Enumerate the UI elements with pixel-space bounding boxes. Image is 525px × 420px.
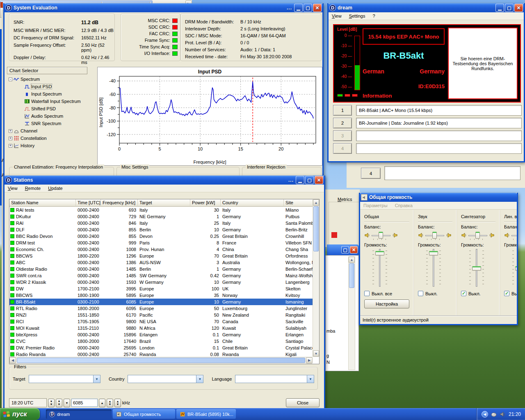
collapse-icon[interactable]: - — [9, 78, 12, 81]
table-row[interactable]: ABC0000-24001386AUS-NSW3AustraliaWollong… — [9, 259, 319, 266]
scrollbar-thumb[interactable] — [313, 206, 319, 251]
volume-slider[interactable] — [424, 249, 443, 287]
menu-item-settings[interactable]: Settings — [349, 14, 365, 18]
table-row[interactable]: BR-B5akt0300-21006085Europe10GermanyIsma… — [9, 299, 319, 305]
table-row[interactable]: DLF0000-2400855Berlin10GermanyBerlin-Bri… — [9, 226, 319, 233]
menu-item-[interactable]: Справка — [395, 203, 413, 208]
table-row[interactable]: RTL Radio1800-20006095Europe50Luxembourg… — [9, 305, 319, 312]
minimize-icon[interactable]: ▁ — [495, 4, 504, 12]
minimize-icon[interactable]: ▁ — [294, 4, 303, 12]
filter-combo-target[interactable]: ▼ — [29, 375, 100, 383]
scrollbar-vertical[interactable]: ▲ — [348, 256, 355, 370]
scroll-down-icon[interactable]: ▼ — [313, 350, 319, 357]
task-br-b5akt-5895-10k[interactable]: BR-B5akt (5895) 10k... — [176, 409, 236, 419]
slider-thumb[interactable] — [432, 232, 437, 239]
column-header-power-kw[interactable]: Power [kW] — [190, 199, 221, 207]
menu-item-[interactable]: ? — [372, 14, 375, 18]
table-row[interactable]: WDR 2 Klassik0000-24001593W Germany10Ger… — [9, 279, 319, 285]
table-row[interactable]: BBCWS1800-19005895Europe35NorwayKvitsoy — [9, 292, 319, 299]
tree-item-input-spectrum[interactable]: Input Spectrum — [7, 90, 99, 98]
table-row[interactable]: RAI0000-2400846Italy25ItalySanta Palomba — [9, 220, 319, 226]
spin-down-fast-icon[interactable]: ▼▼ — [48, 399, 55, 407]
titlebar[interactable]: D Stations ... ▁ ▢ ✕ — [4, 176, 324, 185]
slider-thumb[interactable] — [472, 266, 481, 271]
volume-slider[interactable] — [510, 249, 517, 287]
table-row[interactable]: CVC1800-200017640Brazil15ChileSantiago — [9, 338, 319, 345]
expand-icon[interactable]: + — [9, 129, 12, 133]
mute-checkbox[interactable]: ✓ — [504, 291, 509, 296]
titlebar[interactable]: D dream ▁ ▢ ✕ — [328, 3, 524, 12]
menu-item-view[interactable]: View — [332, 14, 342, 18]
close-icon[interactable]: ✕ — [313, 4, 322, 12]
column-header-time-utc[interactable]: Time [UTC] — [76, 199, 101, 207]
table-row[interactable]: Economic Ch.0000-24001008Prov. Hunan4Chi… — [9, 246, 319, 253]
chevron-down-icon[interactable]: ▼ — [93, 375, 100, 383]
service-4-button[interactable]: 4 — [333, 143, 352, 154]
scroll-left-icon[interactable]: ◀ — [9, 357, 16, 363]
minimize-icon[interactable]: ▁ — [296, 176, 304, 184]
balance-slider[interactable] — [511, 232, 517, 240]
spin-up-icon[interactable]: ▲ — [99, 399, 105, 407]
volume-slider[interactable] — [467, 249, 486, 287]
filter-combo-language[interactable]: ▼ — [235, 375, 314, 383]
tree-item-snr-spectrum[interactable]: SNR Spectrum — [7, 120, 99, 127]
tree-item-spectrum[interactable]: -Spectrum — [7, 75, 99, 83]
column-header-site[interactable]: Site — [284, 199, 313, 207]
mute-checkbox[interactable] — [418, 291, 423, 296]
close-icon[interactable]: ✕ — [514, 4, 523, 12]
slider-thumb[interactable] — [475, 232, 480, 239]
tray-volume-icon[interactable] — [500, 411, 506, 418]
chevron-down-icon[interactable]: ▼ — [196, 375, 203, 383]
balance-slider[interactable] — [425, 232, 444, 240]
maximize-icon[interactable]: ▢ — [341, 246, 349, 253]
tray-device-icon[interactable] — [491, 411, 497, 418]
scrollbar-thumb[interactable] — [349, 263, 354, 288]
menu-item-update[interactable]: Update — [48, 186, 62, 191]
table-row[interactable]: DRM test0000-2400999Paris8FranceVillebon… — [9, 240, 319, 246]
slider-thumb[interactable] — [429, 251, 438, 256]
spin-updown-icon[interactable]: ▲▼ — [114, 399, 121, 407]
close-button[interactable]: Close — [286, 398, 320, 407]
chevron-down-icon[interactable]: ▼ — [307, 375, 314, 383]
maximize-icon[interactable]: ▢ — [304, 4, 312, 12]
tree-item-input-psd[interactable]: Input PSD — [7, 83, 99, 90]
table-row[interactable]: BBC Radio Devon0000-2400855Devon0.25Grea… — [9, 233, 319, 240]
close-icon[interactable]: ✕ — [315, 176, 323, 184]
service-3-button[interactable]: 3 — [333, 130, 352, 141]
tree-item-shifted-psd[interactable]: Shifted PSD — [7, 105, 99, 112]
titlebar[interactable]: Общая громкость — [360, 193, 517, 202]
scroll-up-icon[interactable]: ▲ — [349, 257, 355, 263]
spin-down-fast-icon[interactable]: ▼▼ — [56, 399, 62, 407]
mute-checkbox[interactable] — [364, 291, 370, 296]
scroll-right-icon[interactable]: ▶ — [306, 357, 313, 363]
table-row[interactable]: DW, Premier Radio0000-240025695London0.1… — [9, 345, 319, 351]
mute-checkbox[interactable]: ✓ — [461, 291, 466, 296]
spin-updown-icon[interactable]: ▲▼ — [107, 399, 113, 407]
table-row[interactable]: RAI tests0000-2400693Italy30ItalyMilano — [9, 207, 319, 213]
table-row[interactable]: RNZI1551-18506170Pacific50New ZealandRan… — [9, 312, 319, 318]
volume-slider[interactable] — [370, 249, 390, 287]
frequency-input[interactable] — [71, 399, 98, 407]
expand-icon[interactable]: + — [9, 144, 12, 148]
filter-combo-country[interactable]: ▼ — [128, 375, 203, 383]
tree-item-audio-spectrum[interactable]: Audio Spectrum — [7, 112, 99, 120]
table-row[interactable]: DKultur0000-2400729NE Germany1GermanyPut… — [9, 213, 319, 220]
background-service-4-button[interactable]: 4 — [361, 168, 381, 179]
scroll-up-icon[interactable]: ▲ — [313, 199, 319, 206]
menu-item-remote[interactable]: Remote — [25, 186, 41, 191]
table-row[interactable]: Oldiestar Radio0000-24001485Berlin1Germa… — [9, 266, 319, 272]
column-header-target[interactable]: Target — [138, 199, 190, 207]
service-2-button[interactable]: 2 — [333, 118, 352, 128]
spin-down-icon[interactable]: ▼ — [64, 399, 70, 407]
menu-item-view[interactable]: View — [8, 186, 18, 191]
expand-icon[interactable]: + — [9, 137, 12, 140]
tree-item-waterfall-input-spectrum[interactable]: Waterfall Input Spectrum — [7, 98, 99, 105]
slider-thumb[interactable] — [379, 232, 383, 239]
table-row[interactable]: BBCWS1800-22001296Europe70Great BritainO… — [9, 253, 319, 259]
table-row[interactable]: MOI Kuwait1315-21109880N Africa120Kuwait… — [9, 325, 319, 331]
service-1-button[interactable]: 1 — [333, 105, 352, 116]
settings-button[interactable]: Настройка — [364, 299, 409, 308]
tree-item-channel[interactable]: +Channel — [7, 127, 99, 135]
table-row[interactable]: biteXpress0000-240015896Erlangen0.1Germa… — [9, 331, 319, 338]
task-dream[interactable]: Ddream — [46, 409, 112, 419]
